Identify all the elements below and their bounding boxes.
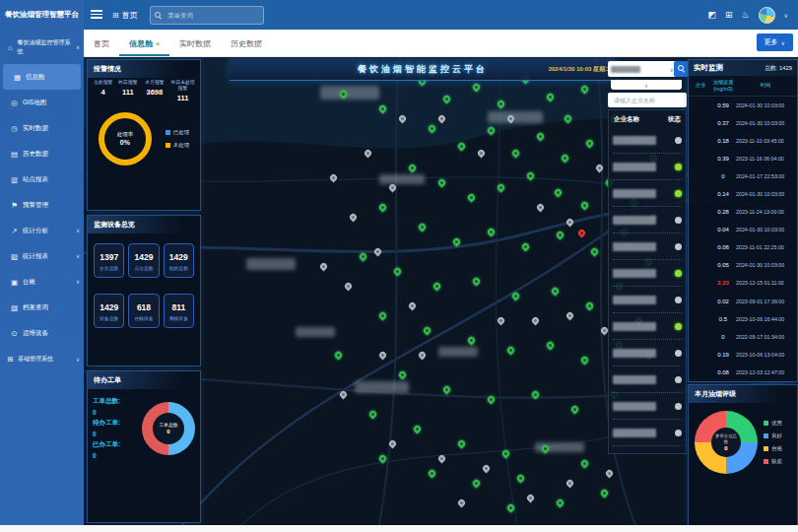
company-select[interactable]: ∨ [608,61,677,77]
sidebar-item-alert-management[interactable]: ⚑预警管理 [0,192,84,218]
company-row[interactable] [613,180,682,207]
table-row[interactable]: 0.52023-10-06 16:44:00 [691,310,795,328]
map-banner-title: 餐饮油烟智能监控云平台 [358,63,488,76]
more-button[interactable]: 更多 ∨ [757,33,793,51]
table-row[interactable]: 0.192023-10-06 13:04:00 [691,346,795,364]
company-row[interactable] [613,393,682,420]
sidebar-item-stats-analysis[interactable]: ↗统计分析∨ [0,218,84,243]
table-row[interactable]: 0.082023-11-01 22:25:00 [691,238,795,256]
map-icon: ◎ [10,99,19,107]
monthly-rating-panel: 本月油烟评级 参评企业总数 0 优秀良好合格较差 [688,384,798,526]
workorder-body: 工单总数:0待办工单:0已办工单:0 工单总数 0 [88,389,200,467]
company-row[interactable] [613,154,682,180]
device-stat-card: 1429设备总数 [94,294,124,328]
blurred-map-label [438,347,478,357]
sidebar-item-info-cabin[interactable]: ▦信息舱 [3,64,81,90]
tab-realtime-data[interactable]: 实时数据 [169,38,221,56]
collapse-bar[interactable]: ∧ [611,80,682,90]
close-icon[interactable]: × [156,40,160,47]
more-button-label: 更多 [765,37,778,47]
table-row[interactable]: 0.282023-11-24 13:00:00 [691,203,795,221]
hamburger-menu-icon[interactable] [91,10,102,20]
device-stat-value: 1429 [95,302,123,312]
chevron-down-icon: ∨ [76,228,80,233]
workorder-value: 0 [93,409,142,416]
sidebar-section-label: 餐饮油烟监控管理系统 [17,38,73,56]
table-row[interactable]: 0.592024-01-30 10:03:00 [691,97,795,114]
breadcrumb[interactable]: ⊞ 首页 [112,0,138,30]
company-row[interactable] [613,287,682,313]
company-list: 企业名称 状态 [608,109,687,454]
theme-icon[interactable]: ◩ [707,10,716,20]
legend-label: 合格 [771,445,782,452]
table-row[interactable]: 0.042024-01-30 10:03:00 [691,221,795,238]
cell-time: 2024-01-30 10:03:00 [736,120,795,126]
blurred-company-name [613,136,656,145]
table-row[interactable]: 0.182023-11-10 03:45:00 [691,132,795,150]
table-row[interactable]: 0.392023-11-16 06:04:00 [691,150,795,167]
sidebar-section-base-system[interactable]: ⊞ 基础管理系统 ∨ [0,346,84,371]
cell-time: 2023-12-03 12:47:00 [736,369,795,375]
company-name-search[interactable] [608,93,687,107]
cell-concentration: 0.19 [710,352,736,358]
chevron-down-icon[interactable]: ∨ [784,12,788,19]
sidebar-item-history-data[interactable]: ▤历史数据 [0,141,84,166]
sidebar-item-archive-query[interactable]: ▨档案查询 [0,295,84,320]
sidebar-item-ledger[interactable]: ▣台账∨ [0,269,84,295]
alarm-stat-label: 当前报警 [92,80,114,86]
table-row[interactable]: 0.022023-09-01 17:39:00 [691,293,795,310]
table-row[interactable]: 0.142024-01-30 10:03:00 [691,185,795,203]
company-row[interactable] [613,260,682,287]
legend-label: 较差 [771,458,782,465]
company-row[interactable] [613,366,682,393]
realtime-table-header: 企业 油烟浓度 (mg/m3) 时间 [689,76,797,97]
table-row[interactable]: 02022-09-17 01:34:00 [691,328,795,346]
menu-search-input[interactable] [166,11,259,20]
total-count: 总数: 1429 [765,64,792,73]
sidebar-item-stats-report[interactable]: ▧统计报表∨ [0,243,84,269]
table-row[interactable]: 2.232023-12-15 01:11:00 [691,274,795,292]
company-row[interactable] [613,127,682,154]
tab-info-cabin[interactable]: 信息舱× [119,38,169,56]
sidebar-item-site-report[interactable]: ▥站点报表 [0,166,84,192]
dashboard-icon: ▦ [13,73,22,82]
table-row[interactable]: 02024-01-17 22:53:00 [691,167,795,185]
table-row[interactable]: 0.372024-01-30 10:03:00 [691,114,795,132]
blurred-map-label [296,327,335,337]
sidebar-item-maintenance-device[interactable]: ⊙运维设备 [0,320,84,346]
table-row[interactable]: 0.082023-12-03 12:47:00 [691,364,795,381]
alarm-stat: 昨日报警111 [116,80,139,102]
device-icon: ⊙ [10,329,19,338]
legend-label: 已处理 [173,129,190,136]
sidebar-item-label: 台账 [23,278,35,287]
panel-title: 实时监测 [694,63,723,73]
tab-history-data[interactable]: 历史数据 [221,38,272,56]
company-row[interactable] [613,420,682,446]
cell-time: 2023-11-16 06:04:00 [736,156,795,162]
tab-home[interactable]: 首页 [84,38,119,56]
apps-icon[interactable]: ⊞ [725,10,733,20]
device-stat-value: 618 [129,302,158,312]
blurred-company-name [613,269,656,278]
menu-search-box[interactable] [150,6,264,25]
sidebar-item-realtime-data[interactable]: ◷实时数据 [0,115,84,141]
company-list-header: 企业名称 状态 [613,110,682,127]
analysis-icon: ↗ [10,227,19,235]
sidebar-section-monitor-system[interactable]: ⌂ 餐饮油烟监控管理系统 ∧ [0,30,84,64]
company-row[interactable] [613,233,682,260]
company-row[interactable] [613,313,682,340]
sidebar-item-gis-map[interactable]: ◎GIS地图 [0,90,84,115]
legend-item: 良好 [764,432,782,439]
search-icon [678,65,686,73]
company-row[interactable] [613,340,682,366]
avatar[interactable] [759,7,775,24]
company-row[interactable] [613,207,682,233]
cell-time: 2024-01-30 10:03:00 [736,102,795,108]
table-row[interactable]: 0.052024-01-30 10:03:00 [691,256,795,274]
tab-label: 信息舱 [129,38,153,49]
panel-title: 监测设备总览 [88,216,200,233]
status-dot [675,323,682,330]
flame-icon[interactable]: ♨ [742,10,750,20]
company-name-input[interactable] [612,97,687,104]
alarm-panel: 报警情况 当前报警4昨日报警111本月报警3698昨日未处理报警111 处理率 … [87,59,201,211]
